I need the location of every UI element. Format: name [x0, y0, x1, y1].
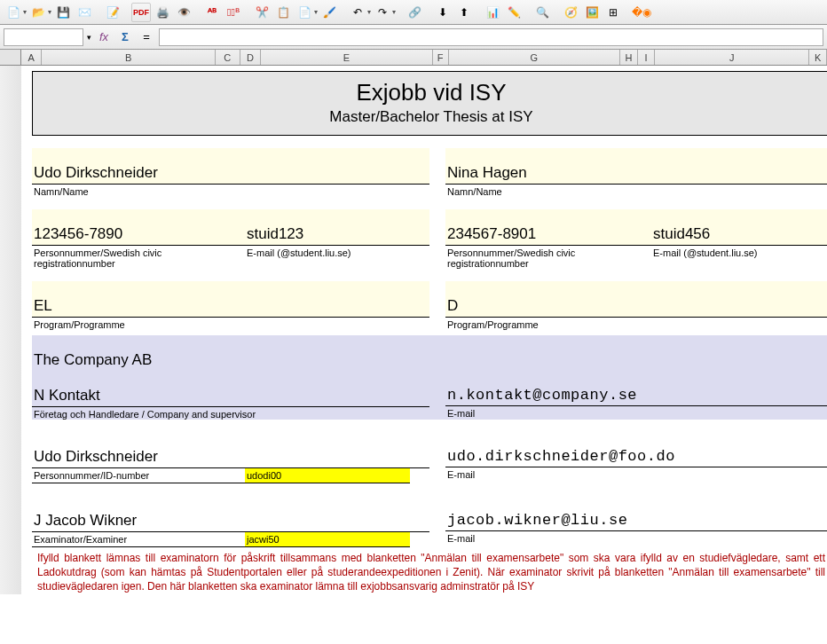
page-subtitle: Master/Bachelor Thesis at ISY [33, 108, 827, 126]
col-header[interactable]: D [240, 50, 262, 65]
hyperlink-icon[interactable]: 🔗 [405, 3, 424, 22]
equals-icon[interactable]: = [138, 28, 155, 46]
student2-pnr-label: Personnummer/Swedish civic registrationn… [445, 246, 651, 269]
auto-spellcheck-icon[interactable]: ᴬͨᴮ [224, 3, 243, 22]
col-header[interactable]: B [42, 50, 215, 65]
col-header[interactable]: K [809, 50, 827, 65]
student1-name-label: Namn/Name [32, 185, 429, 197]
column-headers: A B C D E F G H I J K [0, 50, 827, 66]
student2-program-label: Program/Programme [445, 318, 827, 330]
gallery-icon[interactable]: 🖼️ [582, 3, 602, 22]
function-wizard-icon[interactable]: fx [95, 28, 113, 46]
col-header[interactable]: J [655, 50, 809, 65]
pdf-export-icon[interactable]: PDF [131, 3, 151, 22]
company-label: Företag och Handledare / Company and sup… [32, 407, 429, 420]
format-paintbrush-icon[interactable]: 🖌️ [319, 3, 339, 22]
save-icon[interactable]: 💾 [53, 3, 73, 22]
open-icon[interactable]: 📂 [28, 3, 48, 22]
main-toolbar: 📄▾ 📂▾ 💾 ✉️ 📝 PDF 🖨️ 👁️ ᴬᴮ ᴬͨᴮ ✂️ 📋 📄▾ 🖌️… [0, 0, 827, 25]
col-header[interactable]: H [620, 50, 638, 65]
examiner-email-cell[interactable]: jacob.wikner@liu.se [445, 496, 827, 531]
supervisor-name-cell[interactable]: Udo Dirkschneider [32, 432, 429, 468]
student2-name-cell[interactable]: Nina Hagen [445, 148, 827, 185]
examiner-name-cell[interactable]: J Jacob Wikner [32, 496, 429, 532]
formula-input[interactable] [159, 28, 823, 46]
col-header[interactable]: A [21, 50, 43, 65]
help-icon[interactable]: �◉ [632, 3, 651, 22]
company-email-cell[interactable]: n.kontakt@company.se [445, 381, 827, 406]
undo-icon[interactable]: ↶ [348, 3, 367, 22]
formula-bar: ▾ fx Σ = [0, 25, 827, 50]
company-contact-cell[interactable]: N Kontakt [32, 381, 429, 407]
spreadsheet-grid[interactable]: A B C D E F G H I J K Exjobb vid ISY Mas… [0, 50, 827, 594]
col-header[interactable]: C [216, 50, 240, 65]
find-icon[interactable]: 🔍 [532, 3, 552, 22]
page-title: Exjobb vid ISY [33, 79, 827, 106]
col-header[interactable]: F [433, 50, 449, 65]
supervisor-email-label: E-mail [445, 467, 827, 480]
student1-program-cell[interactable]: EL [32, 281, 429, 318]
select-all-corner[interactable] [0, 50, 21, 65]
new-doc-icon[interactable]: 📄 [4, 3, 23, 22]
student1-stuid-label: E-mail (@student.liu.se) [245, 246, 429, 269]
navigator-icon[interactable]: 🧭 [561, 3, 580, 22]
supervisor-email-cell[interactable]: udo.dirkschneider@foo.do [445, 432, 827, 467]
student2-stuid-label: E-mail (@student.liu.se) [651, 246, 827, 269]
examiner-label: Examinator/Examiner [32, 532, 245, 547]
student1-pnr-cell[interactable]: 123456-7890 [32, 209, 245, 246]
company-email-label: E-mail [445, 406, 827, 419]
student2-pnr-cell[interactable]: 234567-8901 [445, 209, 651, 246]
sum-icon[interactable]: Σ [116, 28, 134, 46]
student1-stuid-cell[interactable]: stuid123 [245, 209, 429, 246]
datasources-icon[interactable]: ⊞ [603, 3, 623, 22]
email-icon[interactable]: ✉️ [75, 3, 94, 22]
supervisor-id-label: Personnummer/ID-number [32, 468, 245, 483]
col-header[interactable]: G [449, 50, 620, 65]
document-header: Exjobb vid ISY Master/Bachelor Thesis at… [32, 71, 827, 136]
examiner-email-label: E-mail [445, 531, 827, 544]
show-draw-icon[interactable]: ✏️ [504, 3, 524, 22]
row-headers [0, 66, 21, 594]
student1-name-cell[interactable]: Udo Dirkschneider [32, 148, 429, 185]
edit-doc-icon[interactable]: 📝 [103, 3, 122, 22]
col-header[interactable]: I [638, 50, 656, 65]
company-name-cell[interactable]: The Company AB [32, 348, 429, 381]
sort-desc-icon[interactable]: ⬆ [454, 3, 474, 22]
cut-icon[interactable]: ✂️ [252, 3, 272, 22]
student1-program-label: Program/Programme [32, 318, 429, 330]
copy-icon[interactable]: 📋 [273, 3, 293, 22]
redo-icon[interactable]: ↷ [373, 3, 392, 22]
spellcheck-icon[interactable]: ᴬᴮ [202, 3, 222, 22]
print-preview-icon[interactable]: 👁️ [174, 3, 193, 22]
cell-reference-input[interactable] [4, 28, 83, 46]
student2-name-label: Namn/Name [445, 185, 827, 197]
col-header[interactable]: E [261, 50, 432, 65]
paste-icon[interactable]: 📄 [295, 3, 314, 22]
student2-stuid-cell[interactable]: stuid456 [651, 209, 827, 246]
student1-pnr-label: Personnummer/Swedish civic registrationn… [32, 246, 245, 269]
print-icon[interactable]: 🖨️ [153, 3, 172, 22]
examiner-liuid-cell[interactable]: jacwi50 [245, 532, 410, 547]
student2-program-cell[interactable]: D [445, 281, 827, 318]
footer-instructions: Ifylld blankett lämnas till examinatorn … [32, 547, 827, 594]
supervisor-liuid-cell[interactable]: udodi00 [245, 468, 410, 483]
chart-icon[interactable]: 📊 [483, 3, 502, 22]
sort-asc-icon[interactable]: ⬇ [433, 3, 453, 22]
